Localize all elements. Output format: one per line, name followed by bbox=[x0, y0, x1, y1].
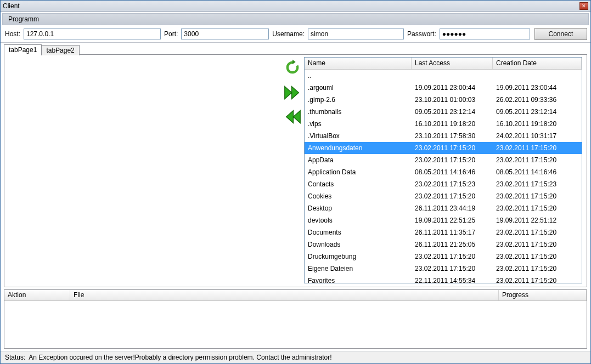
cell-name: Application Data bbox=[305, 168, 412, 176]
tab-strip: tabPage1 tabPage2 bbox=[1, 44, 590, 54]
cell-creation-date: 23.02.2011 17:15:20 bbox=[493, 277, 582, 283]
cell-last-access: 08.05.2011 14:16:46 bbox=[412, 168, 493, 176]
username-label: Username: bbox=[271, 30, 306, 38]
table-row[interactable]: .argouml19.09.2011 23:00:4419.09.2011 23… bbox=[305, 82, 582, 94]
host-label: Host: bbox=[4, 30, 21, 38]
cell-name: Cookies bbox=[305, 192, 412, 200]
cell-last-access: 26.11.2011 23:44:19 bbox=[412, 204, 493, 212]
cell-last-access: 23.02.2011 17:15:20 bbox=[412, 144, 493, 152]
cell-name: .gimp-2.6 bbox=[305, 96, 412, 104]
cell-creation-date: 24.02.2011 10:31:17 bbox=[493, 132, 582, 140]
col-progress[interactable]: Progress bbox=[499, 290, 587, 300]
cell-creation-date: 23.02.2011 17:15:20 bbox=[493, 253, 582, 260]
transfer-grid-body bbox=[4, 301, 587, 348]
table-row[interactable]: Eigene Dateien23.02.2011 17:15:2023.02.2… bbox=[305, 263, 582, 275]
table-row[interactable]: Druckumgebung23.02.2011 17:15:2023.02.20… bbox=[305, 251, 582, 263]
connect-button[interactable]: Connect bbox=[534, 28, 587, 40]
cell-last-access: 22.11.2011 14:55:34 bbox=[412, 277, 493, 283]
cell-name: Anwendungsdaten bbox=[305, 144, 412, 152]
table-row[interactable]: Contacts23.02.2011 17:15:2323.02.2011 17… bbox=[305, 178, 582, 190]
cell-name: Documents bbox=[305, 229, 412, 236]
cell-creation-date: 23.02.2011 17:15:20 bbox=[493, 241, 582, 248]
port-input[interactable] bbox=[181, 29, 269, 39]
back-icon[interactable] bbox=[283, 109, 302, 125]
table-row[interactable]: .. bbox=[305, 70, 582, 82]
col-aktion[interactable]: Aktion bbox=[4, 290, 70, 300]
cell-last-access: 19.09.2011 23:00:44 bbox=[412, 84, 493, 92]
cell-name: .. bbox=[305, 72, 412, 79]
cell-name: .thumbnails bbox=[305, 108, 412, 116]
cell-name: Desktop bbox=[305, 204, 412, 212]
cell-creation-date: 23.02.2011 17:15:23 bbox=[493, 180, 582, 188]
connection-bar: Host: Port: Username: Passwort: Connect bbox=[1, 27, 590, 43]
cell-last-access: 23.02.2011 17:15:20 bbox=[412, 265, 493, 272]
file-list-body[interactable]: ...argouml19.09.2011 23:00:4419.09.2011 … bbox=[305, 70, 582, 283]
cell-last-access: 23.02.2011 17:15:20 bbox=[412, 253, 493, 260]
file-list-header: Name Last Access Creation Date bbox=[305, 58, 582, 70]
table-row[interactable]: Anwendungsdaten23.02.2011 17:15:2023.02.… bbox=[305, 142, 582, 154]
cell-name: Druckumgebung bbox=[305, 253, 412, 260]
table-row[interactable]: .gimp-2.623.10.2011 01:00:0326.02.2011 0… bbox=[305, 94, 582, 106]
cell-creation-date: 16.10.2011 19:18:20 bbox=[493, 120, 582, 128]
password-input[interactable] bbox=[440, 29, 530, 39]
cell-last-access: 26.11.2011 11:35:17 bbox=[412, 229, 493, 236]
tab-content: Name Last Access Creation Date ...argoum… bbox=[4, 54, 587, 287]
cell-last-access: 19.09.2011 22:51:25 bbox=[412, 217, 493, 224]
table-row[interactable]: Favorites22.11.2011 14:55:3423.02.2011 1… bbox=[305, 275, 582, 283]
cell-name: .argouml bbox=[305, 84, 412, 92]
titlebar: Client ✕ bbox=[1, 1, 590, 12]
cell-creation-date: 19.09.2011 23:00:44 bbox=[493, 84, 582, 92]
cell-name: devtools bbox=[305, 217, 412, 224]
cell-last-access: 23.02.2011 17:15:20 bbox=[412, 192, 493, 200]
transfer-buttons bbox=[281, 55, 304, 287]
transfer-grid-header: Aktion File Progress bbox=[4, 290, 587, 301]
table-row[interactable]: .VirtualBox23.10.2011 17:58:3024.02.2011… bbox=[305, 130, 582, 142]
col-file[interactable]: File bbox=[70, 290, 499, 300]
table-row[interactable]: Desktop26.11.2011 23:44:1923.02.2011 17:… bbox=[305, 202, 582, 214]
cell-name: .vips bbox=[305, 120, 412, 128]
left-pane bbox=[4, 55, 281, 287]
transfer-grid: Aktion File Progress bbox=[4, 289, 587, 349]
table-row[interactable]: .vips16.10.2011 19:18:2016.10.2011 19:18… bbox=[305, 118, 582, 130]
forward-icon[interactable] bbox=[283, 84, 302, 101]
cell-last-access: 23.10.2011 17:58:30 bbox=[412, 132, 493, 140]
col-creation-date[interactable]: Creation Date bbox=[493, 58, 582, 69]
cell-last-access: 26.11.2011 21:25:05 bbox=[412, 241, 493, 248]
tab-page-1[interactable]: tabPage1 bbox=[4, 44, 42, 55]
close-icon[interactable]: ✕ bbox=[579, 2, 588, 10]
cell-name: Contacts bbox=[305, 180, 412, 188]
statusbar: Status: An Exception occured on the serv… bbox=[1, 351, 590, 363]
table-row[interactable]: devtools19.09.2011 22:51:2519.09.2011 22… bbox=[305, 214, 582, 226]
cell-creation-date: 23.02.2011 17:15:20 bbox=[493, 156, 582, 164]
table-row[interactable]: Downloads26.11.2011 21:25:0523.02.2011 1… bbox=[305, 238, 582, 251]
table-row[interactable]: Cookies23.02.2011 17:15:2023.02.2011 17:… bbox=[305, 190, 582, 202]
col-name[interactable]: Name bbox=[305, 58, 412, 69]
cell-creation-date: 23.02.2011 17:15:20 bbox=[493, 144, 582, 152]
status-text: An Exception occured on the server!Proba… bbox=[29, 354, 331, 361]
window-title: Client bbox=[3, 2, 579, 10]
cell-last-access: 09.05.2011 23:12:14 bbox=[412, 108, 493, 116]
cell-name: .VirtualBox bbox=[305, 132, 412, 140]
cell-last-access: 23.02.2011 17:15:23 bbox=[412, 180, 493, 188]
cell-creation-date: 23.02.2011 17:15:20 bbox=[493, 192, 582, 200]
status-label: Status: bbox=[5, 354, 25, 361]
cell-name: Favorites bbox=[305, 277, 412, 283]
username-input[interactable] bbox=[308, 29, 404, 39]
refresh-icon[interactable] bbox=[283, 58, 302, 77]
tab-page-2[interactable]: tabPage2 bbox=[41, 45, 79, 55]
table-row[interactable]: .thumbnails09.05.2011 23:12:1409.05.2011… bbox=[305, 106, 582, 118]
cell-creation-date: 26.02.2011 09:33:36 bbox=[493, 96, 582, 104]
menubar: Programm bbox=[2, 13, 589, 25]
file-list: Name Last Access Creation Date ...argoum… bbox=[304, 57, 582, 283]
host-input[interactable] bbox=[24, 29, 161, 39]
port-label: Port: bbox=[163, 30, 179, 38]
menu-programm[interactable]: Programm bbox=[3, 14, 44, 25]
table-row[interactable]: AppData23.02.2011 17:15:2023.02.2011 17:… bbox=[305, 154, 582, 166]
password-label: Passwort: bbox=[406, 30, 437, 38]
col-last-access[interactable]: Last Access bbox=[412, 58, 493, 69]
cell-creation-date: 23.02.2011 17:15:20 bbox=[493, 229, 582, 236]
cell-creation-date: 23.02.2011 17:15:20 bbox=[493, 204, 582, 212]
table-row[interactable]: Application Data08.05.2011 14:16:4608.05… bbox=[305, 166, 582, 178]
table-row[interactable]: Documents26.11.2011 11:35:1723.02.2011 1… bbox=[305, 226, 582, 238]
cell-creation-date: 08.05.2011 14:16:46 bbox=[493, 168, 582, 176]
